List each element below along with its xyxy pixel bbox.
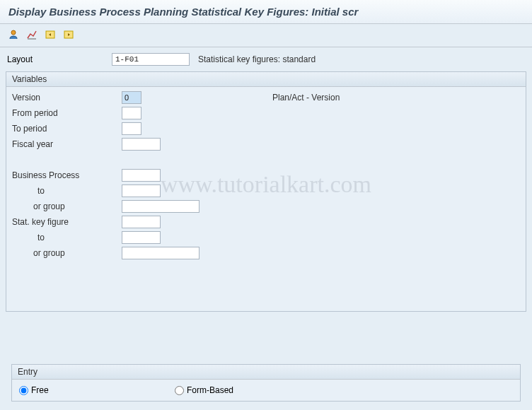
nav-prev-icon[interactable] — [44, 28, 57, 41]
business-process-label: Business Process — [12, 170, 122, 180]
layout-input[interactable] — [112, 53, 190, 66]
to-period-label: To period — [12, 124, 122, 134]
version-input[interactable] — [122, 91, 141, 104]
sk-to-input[interactable] — [122, 231, 161, 244]
entry-group: Entry Free Form-Based — [11, 364, 521, 402]
entry-form-radio[interactable] — [175, 386, 184, 395]
entry-free-label: Free — [31, 385, 49, 395]
separator — [0, 47, 532, 47]
layout-label: Layout — [7, 54, 106, 64]
nav-next-icon[interactable] — [62, 28, 75, 41]
variables-group: Variables Version Plan/Act - Version Fro… — [6, 71, 526, 312]
svg-point-0 — [11, 30, 16, 35]
layout-desc: Statistical key figures: standard — [198, 54, 316, 64]
business-process-input[interactable] — [122, 169, 161, 182]
bp-group-label: or group — [12, 201, 122, 211]
stat-key-input[interactable] — [122, 216, 161, 228]
from-period-label: From period — [12, 108, 122, 118]
stat-key-label: Stat. key figure — [12, 217, 122, 227]
chart-icon[interactable] — [25, 28, 38, 41]
from-period-input[interactable] — [122, 107, 141, 119]
page-title: Display Business Process Planning Statis… — [0, 0, 532, 24]
bp-group-input[interactable] — [122, 200, 200, 213]
entry-free-option[interactable]: Free — [19, 385, 168, 395]
variables-title: Variables — [6, 72, 526, 87]
sk-group-input[interactable] — [122, 247, 200, 259]
person-icon[interactable] — [7, 28, 20, 41]
version-label: Version — [12, 93, 122, 102]
fiscal-year-label: Fiscal year — [12, 139, 122, 149]
to-period-input[interactable] — [122, 122, 141, 135]
layout-row: Layout Statistical key figures: standard — [0, 50, 532, 69]
entry-title: Entry — [12, 365, 520, 380]
bp-to-input[interactable] — [122, 184, 161, 197]
entry-form-label: Form-Based — [187, 385, 233, 395]
toolbar — [0, 24, 532, 45]
version-desc: Plan/Act - Version — [272, 93, 340, 102]
sk-to-label: to — [12, 233, 122, 242]
sk-group-label: or group — [12, 248, 122, 258]
entry-free-radio[interactable] — [19, 386, 28, 395]
bp-to-label: to — [12, 186, 122, 196]
entry-form-option[interactable]: Form-Based — [175, 385, 233, 395]
fiscal-year-input[interactable] — [122, 138, 161, 151]
